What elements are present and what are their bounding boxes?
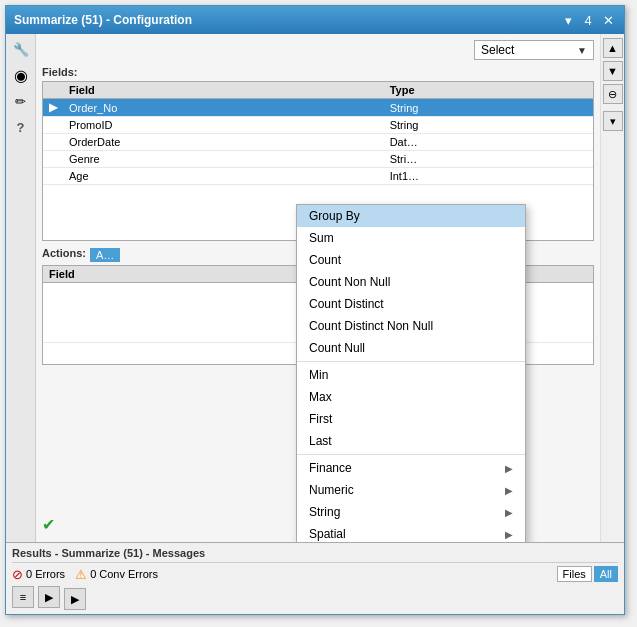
menu-item-label: Group By xyxy=(309,209,360,223)
menu-item-count-distinct-non-null[interactable]: Count Distinct Non Null xyxy=(297,315,525,337)
menu-item-count-non-null[interactable]: Count Non Null xyxy=(297,271,525,293)
left-toolbar: 🔧 ◉ ✏ ? xyxy=(6,34,36,542)
select-arrow-icon: ▼ xyxy=(577,45,587,56)
help-icon[interactable]: ? xyxy=(10,116,32,138)
play2-icon-button[interactable]: ▶ xyxy=(64,588,86,610)
menu-item-spatial[interactable]: Spatial▶ xyxy=(297,523,525,542)
field-name: Genre xyxy=(63,151,384,168)
menu-item-label: Count Distinct Non Null xyxy=(309,319,433,333)
right-toolbar: ▲ ▼ ⊖ ▾ xyxy=(600,34,624,542)
select-dropdown[interactable]: Select ▼ xyxy=(474,40,594,60)
table-row[interactable]: PromoID String xyxy=(43,117,593,134)
field-name: Age xyxy=(63,168,384,185)
row-arrow xyxy=(43,168,63,185)
menu-item-max[interactable]: Max xyxy=(297,386,525,408)
menu-item-label: Last xyxy=(309,434,332,448)
window-body: 🔧 ◉ ✏ ? Select ▼ Fields: xyxy=(6,34,624,542)
field-type: Dat… xyxy=(384,134,593,151)
menu-item-label: Count Distinct xyxy=(309,297,384,311)
move-down-button[interactable]: ▼ xyxy=(603,61,623,81)
error-icon: ⊘ xyxy=(12,567,23,582)
menu-item-label: Numeric xyxy=(309,483,354,497)
row-arrow xyxy=(43,117,63,134)
menu-item-label: Finance xyxy=(309,461,352,475)
title-bar: Summarize (51) - Configuration ▾ 4 ✕ xyxy=(6,6,624,34)
bottom-panel: Results - Summarize (51) - Messages ⊘ 0 … xyxy=(6,542,624,614)
main-window: Summarize (51) - Configuration ▾ 4 ✕ 🔧 ◉… xyxy=(5,5,625,615)
pencil-icon[interactable]: ✏ xyxy=(10,90,32,112)
globe-icon[interactable]: ◉ xyxy=(10,64,32,86)
submenu-arrow-icon: ▶ xyxy=(505,507,513,518)
move-up-button[interactable]: ▲ xyxy=(603,38,623,58)
error-item: ⊘ 0 Errors xyxy=(12,567,65,582)
conv-errors-text: 0 Conv Errors xyxy=(90,568,158,580)
table-row[interactable]: Genre Stri… xyxy=(43,151,593,168)
divider xyxy=(12,562,618,563)
menu-item-last[interactable]: Last xyxy=(297,430,525,452)
menu-item-count[interactable]: Count xyxy=(297,249,525,271)
fields-tbody: ▶ Order_No String PromoID String OrderDa… xyxy=(43,99,593,185)
pin-button[interactable]: ▾ xyxy=(560,13,576,28)
conv-error-icon: ⚠ xyxy=(75,567,87,582)
menu-item-sum[interactable]: Sum xyxy=(297,227,525,249)
menu-item-finance[interactable]: Finance▶ xyxy=(297,457,525,479)
field-type: Int1… xyxy=(384,168,593,185)
fields-label: Fields: xyxy=(42,66,594,78)
play-icon-button[interactable]: ▶ xyxy=(38,586,60,608)
menu-separator xyxy=(297,454,525,455)
menu-item-count-null[interactable]: Count Null xyxy=(297,337,525,359)
menu-item-numeric[interactable]: Numeric▶ xyxy=(297,479,525,501)
menu-item-count-distinct[interactable]: Count Distinct xyxy=(297,293,525,315)
title-bar-left: Summarize (51) - Configuration xyxy=(14,13,192,27)
menu-separator xyxy=(297,361,525,362)
menu-item-min[interactable]: Min xyxy=(297,364,525,386)
checkmark-icon: ✔ xyxy=(42,516,55,533)
row-arrow xyxy=(43,134,63,151)
errors-text: 0 Errors xyxy=(26,568,65,580)
menu-item-label: Min xyxy=(309,368,328,382)
submenu-arrow-icon: ▶ xyxy=(505,485,513,496)
menu-item-string[interactable]: String▶ xyxy=(297,501,525,523)
col-act-field: Field xyxy=(43,266,307,283)
conv-error-item: ⚠ 0 Conv Errors xyxy=(75,567,158,582)
more-options-button[interactable]: ▾ xyxy=(603,111,623,131)
actions-add-button[interactable]: A… xyxy=(90,248,120,262)
menu-item-first[interactable]: First xyxy=(297,408,525,430)
menu-item-group-by[interactable]: Group By xyxy=(297,205,525,227)
field-name: PromoID xyxy=(63,117,384,134)
window-title: Summarize (51) - Configuration xyxy=(14,13,192,27)
menu-item-label: Max xyxy=(309,390,332,404)
field-type: Stri… xyxy=(384,151,593,168)
actions-label: Actions: xyxy=(42,247,86,259)
tab-files[interactable]: Files xyxy=(557,566,592,582)
list-icon-button[interactable]: ≡ xyxy=(12,586,34,608)
table-row[interactable]: OrderDate Dat… xyxy=(43,134,593,151)
menu-item-label: First xyxy=(309,412,332,426)
menu-item-label: Count Null xyxy=(309,341,365,355)
wrench-icon[interactable]: 🔧 xyxy=(10,38,32,60)
remove-button[interactable]: ⊖ xyxy=(603,84,623,104)
field-name: OrderDate xyxy=(63,134,384,151)
close-button[interactable]: ✕ xyxy=(600,13,616,28)
results-title: Results - Summarize (51) - Messages xyxy=(12,547,618,559)
bottom-tabs-row: ⊘ 0 Errors ⚠ 0 Conv Errors Files All xyxy=(12,566,618,582)
table-row[interactable]: ▶ Order_No String xyxy=(43,99,593,117)
minimize-button[interactable]: 4 xyxy=(580,13,596,28)
tabs-right: Files All xyxy=(557,566,618,582)
select-label: Select xyxy=(481,43,514,57)
check-status-icon: ✔ xyxy=(42,515,55,534)
tab-all[interactable]: All xyxy=(594,566,618,582)
col-type: Type xyxy=(384,82,593,99)
field-type: String xyxy=(384,117,593,134)
main-content: Select ▼ Fields: Field Type xyxy=(36,34,600,542)
submenu-arrow-icon: ▶ xyxy=(505,463,513,474)
table-row[interactable]: Age Int1… xyxy=(43,168,593,185)
menu-item-label: Count Non Null xyxy=(309,275,390,289)
menu-item-label: Count xyxy=(309,253,341,267)
fields-table: Field Type ▶ Order_No String PromoID Str… xyxy=(43,82,593,185)
row-arrow xyxy=(43,151,63,168)
top-controls: Select ▼ xyxy=(42,40,594,60)
menu-item-label: Sum xyxy=(309,231,334,245)
submenu-arrow-icon: ▶ xyxy=(505,529,513,540)
col-arrow xyxy=(43,82,63,99)
